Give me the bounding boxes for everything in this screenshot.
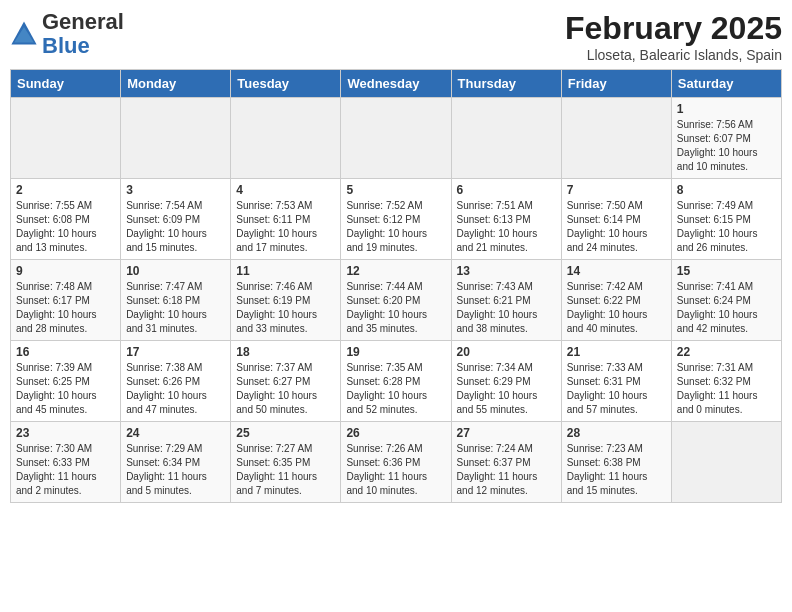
calendar-cell: 6Sunrise: 7:51 AM Sunset: 6:13 PM Daylig… xyxy=(451,179,561,260)
calendar-header-monday: Monday xyxy=(121,70,231,98)
day-number: 11 xyxy=(236,264,335,278)
calendar-cell: 12Sunrise: 7:44 AM Sunset: 6:20 PM Dayli… xyxy=(341,260,451,341)
calendar-week-row-1: 1Sunrise: 7:56 AM Sunset: 6:07 PM Daylig… xyxy=(11,98,782,179)
calendar-cell xyxy=(671,422,781,503)
calendar-cell: 28Sunrise: 7:23 AM Sunset: 6:38 PM Dayli… xyxy=(561,422,671,503)
day-number: 18 xyxy=(236,345,335,359)
calendar-header-thursday: Thursday xyxy=(451,70,561,98)
day-detail: Sunrise: 7:49 AM Sunset: 6:15 PM Dayligh… xyxy=(677,199,776,255)
calendar-cell: 25Sunrise: 7:27 AM Sunset: 6:35 PM Dayli… xyxy=(231,422,341,503)
day-detail: Sunrise: 7:52 AM Sunset: 6:12 PM Dayligh… xyxy=(346,199,445,255)
calendar-cell: 13Sunrise: 7:43 AM Sunset: 6:21 PM Dayli… xyxy=(451,260,561,341)
day-detail: Sunrise: 7:29 AM Sunset: 6:34 PM Dayligh… xyxy=(126,442,225,498)
day-detail: Sunrise: 7:31 AM Sunset: 6:32 PM Dayligh… xyxy=(677,361,776,417)
day-number: 24 xyxy=(126,426,225,440)
day-detail: Sunrise: 7:44 AM Sunset: 6:20 PM Dayligh… xyxy=(346,280,445,336)
day-number: 5 xyxy=(346,183,445,197)
calendar-cell: 23Sunrise: 7:30 AM Sunset: 6:33 PM Dayli… xyxy=(11,422,121,503)
day-number: 13 xyxy=(457,264,556,278)
day-number: 4 xyxy=(236,183,335,197)
day-number: 22 xyxy=(677,345,776,359)
calendar-week-row-3: 9Sunrise: 7:48 AM Sunset: 6:17 PM Daylig… xyxy=(11,260,782,341)
calendar-header-friday: Friday xyxy=(561,70,671,98)
calendar-header-wednesday: Wednesday xyxy=(341,70,451,98)
day-detail: Sunrise: 7:50 AM Sunset: 6:14 PM Dayligh… xyxy=(567,199,666,255)
day-number: 23 xyxy=(16,426,115,440)
day-detail: Sunrise: 7:56 AM Sunset: 6:07 PM Dayligh… xyxy=(677,118,776,174)
day-detail: Sunrise: 7:23 AM Sunset: 6:38 PM Dayligh… xyxy=(567,442,666,498)
calendar-header-sunday: Sunday xyxy=(11,70,121,98)
calendar-cell xyxy=(561,98,671,179)
day-detail: Sunrise: 7:38 AM Sunset: 6:26 PM Dayligh… xyxy=(126,361,225,417)
day-detail: Sunrise: 7:41 AM Sunset: 6:24 PM Dayligh… xyxy=(677,280,776,336)
month-title: February 2025 xyxy=(565,10,782,47)
day-detail: Sunrise: 7:27 AM Sunset: 6:35 PM Dayligh… xyxy=(236,442,335,498)
calendar-cell: 18Sunrise: 7:37 AM Sunset: 6:27 PM Dayli… xyxy=(231,341,341,422)
calendar-cell: 26Sunrise: 7:26 AM Sunset: 6:36 PM Dayli… xyxy=(341,422,451,503)
calendar-header-row: SundayMondayTuesdayWednesdayThursdayFrid… xyxy=(11,70,782,98)
calendar-cell: 16Sunrise: 7:39 AM Sunset: 6:25 PM Dayli… xyxy=(11,341,121,422)
calendar-cell: 21Sunrise: 7:33 AM Sunset: 6:31 PM Dayli… xyxy=(561,341,671,422)
calendar-cell: 1Sunrise: 7:56 AM Sunset: 6:07 PM Daylig… xyxy=(671,98,781,179)
day-detail: Sunrise: 7:30 AM Sunset: 6:33 PM Dayligh… xyxy=(16,442,115,498)
day-number: 17 xyxy=(126,345,225,359)
calendar-week-row-2: 2Sunrise: 7:55 AM Sunset: 6:08 PM Daylig… xyxy=(11,179,782,260)
day-detail: Sunrise: 7:48 AM Sunset: 6:17 PM Dayligh… xyxy=(16,280,115,336)
calendar-cell: 11Sunrise: 7:46 AM Sunset: 6:19 PM Dayli… xyxy=(231,260,341,341)
calendar-cell: 15Sunrise: 7:41 AM Sunset: 6:24 PM Dayli… xyxy=(671,260,781,341)
day-detail: Sunrise: 7:24 AM Sunset: 6:37 PM Dayligh… xyxy=(457,442,556,498)
day-detail: Sunrise: 7:35 AM Sunset: 6:28 PM Dayligh… xyxy=(346,361,445,417)
title-block: February 2025 Lloseta, Balearic Islands,… xyxy=(565,10,782,63)
calendar-cell: 20Sunrise: 7:34 AM Sunset: 6:29 PM Dayli… xyxy=(451,341,561,422)
calendar-cell: 7Sunrise: 7:50 AM Sunset: 6:14 PM Daylig… xyxy=(561,179,671,260)
day-detail: Sunrise: 7:46 AM Sunset: 6:19 PM Dayligh… xyxy=(236,280,335,336)
calendar-cell: 19Sunrise: 7:35 AM Sunset: 6:28 PM Dayli… xyxy=(341,341,451,422)
calendar-cell: 14Sunrise: 7:42 AM Sunset: 6:22 PM Dayli… xyxy=(561,260,671,341)
calendar-cell: 27Sunrise: 7:24 AM Sunset: 6:37 PM Dayli… xyxy=(451,422,561,503)
day-number: 20 xyxy=(457,345,556,359)
calendar-header-tuesday: Tuesday xyxy=(231,70,341,98)
calendar-cell: 4Sunrise: 7:53 AM Sunset: 6:11 PM Daylig… xyxy=(231,179,341,260)
calendar-week-row-4: 16Sunrise: 7:39 AM Sunset: 6:25 PM Dayli… xyxy=(11,341,782,422)
calendar-cell: 2Sunrise: 7:55 AM Sunset: 6:08 PM Daylig… xyxy=(11,179,121,260)
calendar-week-row-5: 23Sunrise: 7:30 AM Sunset: 6:33 PM Dayli… xyxy=(11,422,782,503)
day-detail: Sunrise: 7:39 AM Sunset: 6:25 PM Dayligh… xyxy=(16,361,115,417)
calendar-cell: 10Sunrise: 7:47 AM Sunset: 6:18 PM Dayli… xyxy=(121,260,231,341)
day-detail: Sunrise: 7:42 AM Sunset: 6:22 PM Dayligh… xyxy=(567,280,666,336)
day-detail: Sunrise: 7:33 AM Sunset: 6:31 PM Dayligh… xyxy=(567,361,666,417)
day-number: 26 xyxy=(346,426,445,440)
day-number: 9 xyxy=(16,264,115,278)
calendar-cell: 5Sunrise: 7:52 AM Sunset: 6:12 PM Daylig… xyxy=(341,179,451,260)
day-detail: Sunrise: 7:54 AM Sunset: 6:09 PM Dayligh… xyxy=(126,199,225,255)
calendar-cell: 24Sunrise: 7:29 AM Sunset: 6:34 PM Dayli… xyxy=(121,422,231,503)
day-detail: Sunrise: 7:51 AM Sunset: 6:13 PM Dayligh… xyxy=(457,199,556,255)
day-number: 19 xyxy=(346,345,445,359)
day-number: 8 xyxy=(677,183,776,197)
calendar-cell xyxy=(121,98,231,179)
day-number: 16 xyxy=(16,345,115,359)
calendar-cell xyxy=(231,98,341,179)
day-number: 10 xyxy=(126,264,225,278)
calendar-cell: 3Sunrise: 7:54 AM Sunset: 6:09 PM Daylig… xyxy=(121,179,231,260)
logo-icon xyxy=(10,20,38,48)
day-number: 3 xyxy=(126,183,225,197)
calendar-header-saturday: Saturday xyxy=(671,70,781,98)
day-number: 27 xyxy=(457,426,556,440)
calendar-cell: 17Sunrise: 7:38 AM Sunset: 6:26 PM Dayli… xyxy=(121,341,231,422)
logo: General Blue xyxy=(10,10,124,58)
day-number: 21 xyxy=(567,345,666,359)
day-number: 25 xyxy=(236,426,335,440)
day-detail: Sunrise: 7:26 AM Sunset: 6:36 PM Dayligh… xyxy=(346,442,445,498)
calendar-cell: 9Sunrise: 7:48 AM Sunset: 6:17 PM Daylig… xyxy=(11,260,121,341)
calendar-table: SundayMondayTuesdayWednesdayThursdayFrid… xyxy=(10,69,782,503)
day-number: 28 xyxy=(567,426,666,440)
day-detail: Sunrise: 7:53 AM Sunset: 6:11 PM Dayligh… xyxy=(236,199,335,255)
calendar-cell xyxy=(451,98,561,179)
calendar-cell: 8Sunrise: 7:49 AM Sunset: 6:15 PM Daylig… xyxy=(671,179,781,260)
day-number: 7 xyxy=(567,183,666,197)
day-number: 1 xyxy=(677,102,776,116)
location-subtitle: Lloseta, Balearic Islands, Spain xyxy=(565,47,782,63)
day-number: 14 xyxy=(567,264,666,278)
day-detail: Sunrise: 7:43 AM Sunset: 6:21 PM Dayligh… xyxy=(457,280,556,336)
day-number: 2 xyxy=(16,183,115,197)
